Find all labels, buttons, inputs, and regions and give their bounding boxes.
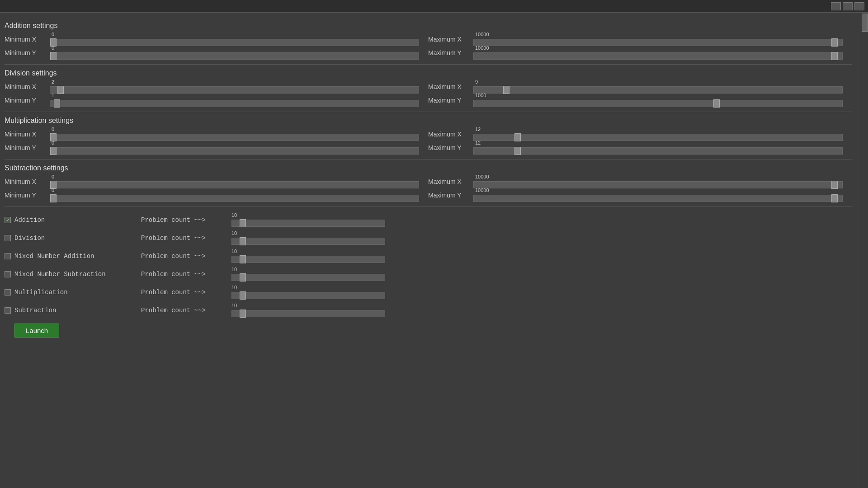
division-row-1-max-track[interactable] <box>473 100 843 107</box>
multiplication-row-1-min-slider[interactable]: 0 <box>50 141 419 155</box>
problem-slider-area-1[interactable]: 10 <box>231 231 852 245</box>
addition-row-1-max-slider[interactable]: 10000 <box>473 46 843 60</box>
addition-row-1-max-thumb[interactable] <box>831 52 838 60</box>
problem-count-label-1: Problem count ~~> <box>141 235 231 242</box>
multiplication-row-1-max-track[interactable] <box>473 147 843 155</box>
problem-slider-thumb-5[interactable] <box>240 310 246 318</box>
addition-row-1-min-slider[interactable]: 0 <box>50 46 419 60</box>
multiplication-row-1-max-slider[interactable]: 12 <box>473 141 843 155</box>
multiplication-row-1: Minimum Y0Maximum Y12 <box>5 141 852 155</box>
multiplication-row-1-min-track[interactable] <box>50 147 419 155</box>
section-subtraction: Subtraction settingsMinimum X0Maximum X1… <box>5 164 852 207</box>
division-row-0-min-slider[interactable]: 2 <box>50 80 419 94</box>
division-row-1-max-slider[interactable]: 1000 <box>473 94 843 107</box>
addition-row-0-min-track[interactable] <box>50 39 419 46</box>
multiplication-row-0: Minimum X0Maximum X12 <box>5 127 852 141</box>
problem-checkbox-1[interactable] <box>5 235 11 241</box>
problem-name-4: Multiplication <box>14 289 141 296</box>
subtraction-row-1-min-track[interactable] <box>50 195 419 202</box>
problem-slider-track-5[interactable] <box>231 310 385 317</box>
addition-row-0-max-slider[interactable]: 10000 <box>473 33 843 46</box>
problem-slider-value-5: 10 <box>231 303 237 308</box>
minimize-button[interactable] <box>831 2 841 10</box>
problem-checkbox-3[interactable] <box>5 271 11 277</box>
division-row-0-max-slider[interactable]: 9 <box>473 80 843 94</box>
division-row-0-max-thumb[interactable] <box>503 86 509 94</box>
multiplication-row-0-max-slider[interactable]: 12 <box>473 127 843 141</box>
problem-checkbox-0[interactable] <box>5 217 11 223</box>
addition-row-0-max-thumb[interactable] <box>831 38 838 47</box>
addition-row-0-max-track[interactable] <box>473 39 843 46</box>
restore-button[interactable] <box>843 2 853 10</box>
subtraction-row-1-min-thumb[interactable] <box>50 194 57 202</box>
scrollbar[interactable] <box>861 13 868 488</box>
multiplication-row-0-max-thumb[interactable] <box>514 133 521 141</box>
problem-slider-area-0[interactable]: 10 <box>231 213 852 227</box>
problem-slider-area-3[interactable]: 10 <box>231 267 852 281</box>
division-row-0-min-thumb[interactable] <box>57 86 64 94</box>
launch-button[interactable]: Launch <box>14 324 59 338</box>
problem-slider-thumb-0[interactable] <box>240 219 246 227</box>
division-row-0-max-track[interactable] <box>473 86 843 94</box>
subtraction-section-title: Subtraction settings <box>5 164 852 172</box>
problem-slider-area-5[interactable]: 10 <box>231 304 852 317</box>
subtraction-row-0-min-track[interactable] <box>50 181 419 188</box>
problem-slider-track-1[interactable] <box>231 238 385 245</box>
problem-slider-area-4[interactable]: 10 <box>231 286 852 299</box>
problem-slider-thumb-3[interactable] <box>240 273 246 282</box>
problem-count-label-0: Problem count ~~> <box>141 216 231 224</box>
section-addition: Addition settingsMinimum X0Maximum X1000… <box>5 22 852 65</box>
problem-slider-area-2[interactable]: 10 <box>231 249 852 263</box>
division-row-0-min-track[interactable] <box>50 86 419 94</box>
problem-checkbox-4[interactable] <box>5 289 11 296</box>
problem-checkbox-2[interactable] <box>5 253 11 259</box>
problem-slider-thumb-4[interactable] <box>240 291 246 300</box>
subtraction-row-0-min-slider[interactable]: 0 <box>50 175 419 188</box>
multiplication-row-1-min-value: 0 <box>52 140 54 145</box>
division-row-1-min-thumb[interactable] <box>54 99 60 108</box>
problem-slider-track-0[interactable] <box>231 220 385 227</box>
subtraction-row-1-max-slider[interactable]: 10000 <box>473 188 843 202</box>
subtraction-row-1-max-track[interactable] <box>473 195 843 202</box>
division-row-1-min-slider[interactable]: 1 <box>50 94 419 107</box>
division-row-1-min-track[interactable] <box>50 100 419 107</box>
problem-slider-track-2[interactable] <box>231 256 385 263</box>
addition-row-1-max-track[interactable] <box>473 52 843 60</box>
problem-slider-thumb-1[interactable] <box>240 237 246 245</box>
addition-row-0-min: Minimum X0 <box>5 33 428 46</box>
multiplication-row-1-max: Maximum Y12 <box>428 141 852 155</box>
subtraction-row-0-max-thumb[interactable] <box>831 181 838 189</box>
problem-name-2: Mixed Number Addition <box>14 253 141 260</box>
multiplication-row-0-min-track[interactable] <box>50 134 419 141</box>
addition-row-0-min-value: 0 <box>52 32 54 37</box>
addition-row-1-min-thumb[interactable] <box>50 52 57 60</box>
multiplication-section-title: Multiplication settings <box>5 117 852 125</box>
problem-row-1: DivisionProblem count ~~>10 <box>5 230 852 247</box>
problem-row-4: MultiplicationProblem count ~~>10 <box>5 284 852 301</box>
addition-row-1-min-track[interactable] <box>50 52 419 60</box>
multiplication-row-0-max: Maximum X12 <box>428 127 852 141</box>
scrollbar-thumb[interactable] <box>862 14 868 32</box>
problem-row-0: AdditionProblem count ~~>10 <box>5 211 852 229</box>
subtraction-row-0-max-track[interactable] <box>473 181 843 188</box>
addition-row-0-max-label: Maximum X <box>428 36 473 43</box>
problem-checkbox-area-3 <box>5 271 14 277</box>
subtraction-row-1-min-slider[interactable]: 0 <box>50 188 419 202</box>
section-division: Division settingsMinimum X2Maximum X9Min… <box>5 69 852 112</box>
subtraction-row-0-max-slider[interactable]: 10000 <box>473 175 843 188</box>
problem-slider-track-4[interactable] <box>231 292 385 299</box>
problem-slider-thumb-2[interactable] <box>240 255 246 263</box>
addition-row-0-min-slider[interactable]: 0 <box>50 33 419 46</box>
problem-slider-track-3[interactable] <box>231 274 385 281</box>
division-row-1-max-thumb[interactable] <box>713 99 720 108</box>
problem-checkbox-5[interactable] <box>5 307 11 314</box>
close-button[interactable] <box>854 2 864 10</box>
multiplication-row-0-max-track[interactable] <box>473 134 843 141</box>
addition-row-1-min-label: Minimum Y <box>5 49 50 56</box>
multiplication-row-1-max-thumb[interactable] <box>514 147 521 155</box>
subtraction-row-0-min: Minimum X0 <box>5 175 428 188</box>
multiplication-row-1-min-thumb[interactable] <box>50 147 57 155</box>
multiplication-row-0-min-slider[interactable]: 0 <box>50 127 419 141</box>
subtraction-row-1-max-thumb[interactable] <box>831 194 838 202</box>
problem-slider-value-4: 10 <box>231 285 237 290</box>
